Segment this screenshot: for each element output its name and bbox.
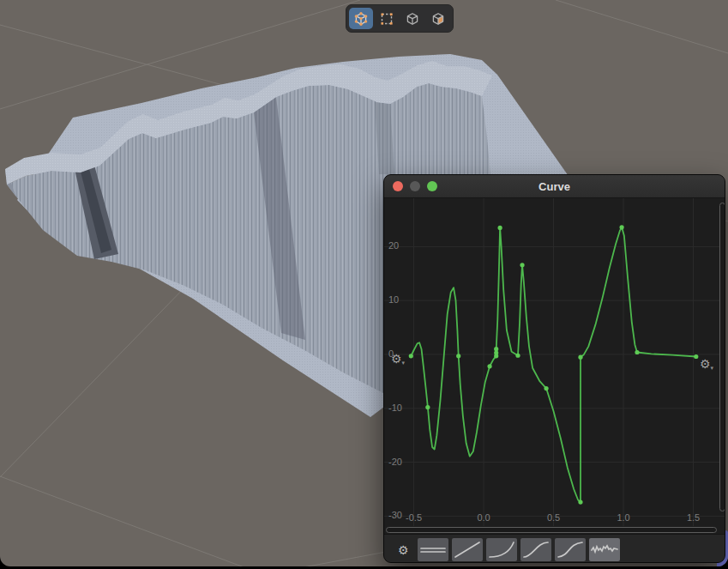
curve-control-point[interactable] bbox=[544, 386, 548, 390]
constant-curve-icon bbox=[418, 538, 448, 561]
preset-ease-in-out-button[interactable] bbox=[555, 538, 586, 561]
horizontal-scrollbar[interactable] bbox=[384, 526, 725, 534]
marquee-icon bbox=[379, 11, 394, 27]
curve-window-titlebar[interactable]: Curve bbox=[384, 175, 725, 198]
curve-window: Curve ⚙▾ ⚙▾ 20100-10-20-30-0.50.00.51.01… bbox=[383, 174, 725, 563]
y-axis-tick-label: 0 bbox=[388, 348, 394, 359]
curve-control-point[interactable] bbox=[578, 499, 582, 504]
curve-control-point[interactable] bbox=[498, 226, 502, 230]
horizontal-scrollbar-thumb[interactable] bbox=[386, 527, 717, 533]
plot-gridlines bbox=[384, 198, 725, 526]
curve-control-point[interactable] bbox=[520, 263, 524, 267]
cube-solid-icon bbox=[430, 11, 446, 27]
y-axis-tick-label: 10 bbox=[388, 294, 399, 305]
x-axis-tick-label: 0.5 bbox=[542, 512, 566, 523]
y-axis-tick-label: -10 bbox=[388, 403, 402, 413]
noise-curve-icon bbox=[589, 538, 620, 561]
close-button[interactable] bbox=[393, 181, 403, 191]
select-edge-mode-button[interactable] bbox=[375, 8, 399, 29]
x-axis-tick-label: 1.0 bbox=[611, 512, 635, 523]
3d-viewport[interactable]: Curve ⚙▾ ⚙▾ 20100-10-20-30-0.50.00.51.01… bbox=[0, 0, 728, 566]
x-axis-tick-label: -0.5 bbox=[402, 512, 426, 523]
x-axis-tick-label: 1.5 bbox=[682, 512, 706, 523]
curve-end-settings-gear-icon[interactable]: ⚙▾ bbox=[700, 358, 713, 374]
curve-presets-toolbar: ⚙ bbox=[384, 534, 725, 563]
linear-curve-icon bbox=[452, 538, 483, 561]
select-vertex-mode-button[interactable] bbox=[349, 8, 373, 29]
traffic-lights bbox=[393, 175, 437, 197]
curve-control-point[interactable] bbox=[578, 355, 582, 360]
vertical-scrollbar-thumb[interactable] bbox=[719, 203, 725, 511]
curve-control-point[interactable] bbox=[694, 354, 698, 359]
smooth-step-curve-icon bbox=[520, 538, 551, 561]
ease-in-curve-icon bbox=[486, 538, 517, 561]
curve-canvas bbox=[384, 198, 725, 526]
cube-faces-icon bbox=[405, 11, 420, 27]
curve-control-point[interactable] bbox=[456, 354, 460, 358]
curve-control-point[interactable] bbox=[494, 347, 498, 351]
preset-constant-button[interactable] bbox=[418, 538, 448, 561]
cube-vertices-icon bbox=[353, 11, 369, 27]
y-axis-tick-label: 20 bbox=[388, 240, 399, 251]
preset-smooth-step-button[interactable] bbox=[520, 538, 551, 561]
curve-settings-gear-icon[interactable]: ⚙ bbox=[398, 543, 409, 557]
ease-in-out-curve-icon bbox=[555, 538, 586, 561]
curve-plot-area[interactable]: ⚙▾ ⚙▾ 20100-10-20-30-0.50.00.51.01.5 bbox=[384, 198, 725, 526]
app-window: Curve ⚙▾ ⚙▾ 20100-10-20-30-0.50.00.51.01… bbox=[0, 0, 728, 569]
curve-control-point[interactable] bbox=[487, 364, 491, 368]
curve-control-point[interactable] bbox=[619, 225, 623, 229]
curve-control-point[interactable] bbox=[425, 405, 430, 409]
curve-control-point[interactable] bbox=[515, 354, 520, 358]
vertical-scrollbar[interactable] bbox=[719, 201, 725, 518]
curve-control-point[interactable] bbox=[635, 350, 639, 354]
zoom-button[interactable] bbox=[427, 181, 437, 191]
minimize-button[interactable] bbox=[410, 181, 420, 191]
preset-noise-button[interactable] bbox=[589, 538, 620, 561]
select-face-mode-button[interactable] bbox=[400, 8, 424, 29]
selection-mode-toolbar bbox=[346, 4, 454, 33]
y-axis-tick-label: -30 bbox=[388, 510, 402, 520]
y-axis-tick-label: -20 bbox=[388, 457, 402, 467]
preset-ease-in-button[interactable] bbox=[486, 538, 517, 561]
x-axis-tick-label: 0.0 bbox=[472, 512, 496, 523]
preset-linear-button[interactable] bbox=[452, 538, 483, 561]
curve-control-point[interactable] bbox=[409, 354, 413, 358]
select-solid-mode-button[interactable] bbox=[426, 8, 450, 29]
